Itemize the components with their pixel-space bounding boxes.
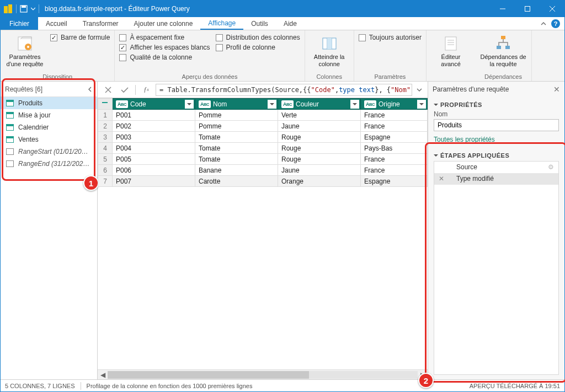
ribbon-collapse-icon[interactable] [540,20,547,27]
tab-tools[interactable]: Outils [243,17,276,30]
delete-step-icon[interactable]: ✕ [439,175,445,182]
row-header[interactable]: 1 [98,110,113,121]
scroll-left-icon[interactable]: ◀ [98,371,108,379]
cell[interactable]: France [361,121,428,132]
check-always-allow[interactable]: Toujours autoriser [359,34,422,41]
all-properties-link[interactable]: Toutes les propriétés [434,136,495,143]
applied-step[interactable]: ✕Type modifié [434,173,558,185]
data-grid[interactable]: ABC CodeABC NomABC CouleurABC Origine1P0… [98,98,428,187]
step-gear-icon[interactable]: ⚙ [548,163,554,171]
cell[interactable]: France [361,165,428,176]
cell[interactable]: Pomme [195,121,278,132]
check-formula-bar[interactable]: Barre de formule [50,34,110,41]
check-monospaced[interactable]: À espacement fixe [119,34,210,41]
query-item[interactable]: Mise à jour [1,109,97,121]
status-profiling[interactable]: Profilage de la colonne en fonction des … [87,383,253,389]
row-header[interactable]: 7 [98,176,113,187]
cell[interactable]: Banane [195,165,278,176]
collapse-pane-icon[interactable] [87,87,93,92]
cell[interactable]: Orange [278,176,361,187]
table-row[interactable]: 2P002PommeJauneFrance [98,121,428,132]
cell[interactable]: Rouge [278,132,361,143]
formula-cancel-icon[interactable] [101,84,115,96]
formula-input[interactable]: = Table.TransformColumnTypes(Source,{{ "… [156,84,412,96]
tab-add-column[interactable]: Ajouter une colonne [126,17,201,30]
query-item[interactable]: Calendrier [1,121,97,133]
tab-transform[interactable]: Transformer [75,17,126,30]
query-name-input[interactable] [434,119,559,131]
scroll-track[interactable] [108,371,418,379]
fx-icon[interactable]: ƒx [139,84,153,96]
qat-dropdown-icon[interactable] [31,7,35,11]
cell[interactable]: Tomate [195,132,278,143]
tab-view[interactable]: Affichage [200,17,243,30]
column-header[interactable]: ABC Couleur [278,99,361,110]
table-row[interactable]: 5P005TomateRougeFrance [98,154,428,165]
row-header[interactable]: 6 [98,165,113,176]
cell[interactable]: Carotte [195,176,278,187]
close-pane-icon[interactable]: ✕ [553,85,560,94]
tab-home[interactable]: Accueil [38,17,75,30]
cell[interactable]: P002 [113,121,195,132]
scroll-thumb[interactable] [108,371,309,379]
column-filter-icon[interactable] [185,100,194,109]
cell[interactable]: Tomate [195,154,278,165]
column-header[interactable]: ABC Code [113,99,195,110]
table-row[interactable]: 7P007CarotteOrangeEspagne [98,176,428,187]
cell[interactable]: Pomme [195,110,278,121]
cell[interactable]: Verte [278,110,361,121]
check-whitespace[interactable]: Afficher les espaces blancs [119,44,210,51]
qat-save-icon[interactable] [20,5,28,13]
scroll-right-icon[interactable]: ▶ [418,371,428,379]
cell[interactable]: P006 [113,165,195,176]
query-item[interactable]: RangeStart (01/01/2021… [1,146,97,158]
tab-file[interactable]: Fichier [1,17,38,30]
row-header[interactable]: 5 [98,154,113,165]
column-filter-icon[interactable] [417,100,426,109]
cell[interactable]: P003 [113,132,195,143]
cell[interactable]: P005 [113,154,195,165]
row-header[interactable]: 3 [98,132,113,143]
close-button[interactable] [540,1,564,17]
cell[interactable]: Rouge [278,154,361,165]
cell[interactable]: Pays-Bas [361,143,428,154]
cell[interactable]: Espagne [361,132,428,143]
grid-corner[interactable] [98,99,113,110]
tab-help[interactable]: Aide [276,17,305,30]
query-item[interactable]: Produits [1,97,97,109]
cell[interactable]: Tomate [195,143,278,154]
cell[interactable]: P004 [113,143,195,154]
goto-column-button[interactable]: Atteindre la colonne [310,33,349,70]
cell[interactable]: P007 [113,176,195,187]
table-row[interactable]: 3P003TomateRougeEspagne [98,132,428,143]
horizontal-scrollbar[interactable]: ◀ ▶ [98,369,428,379]
row-header[interactable]: 2 [98,121,113,132]
query-item[interactable]: Ventes [1,133,97,146]
cell[interactable]: Jaune [278,165,361,176]
check-column-distribution[interactable]: Distribution des colonnes [216,34,300,41]
row-header[interactable]: 4 [98,143,113,154]
cell[interactable]: France [361,110,428,121]
table-row[interactable]: 6P006BananeJauneFrance [98,165,428,176]
applied-step[interactable]: ✕Source⚙ [434,162,558,173]
query-dependencies-button[interactable]: Dépendances de la requête [479,33,527,70]
query-item[interactable]: RangeEnd (31/12/2022 0… [1,158,97,170]
column-filter-icon[interactable] [268,100,276,109]
table-row[interactable]: 1P001PommeVerteFrance [98,110,428,121]
cell[interactable]: France [361,154,428,165]
maximize-button[interactable] [515,1,540,17]
check-column-profile[interactable]: Profil de colonne [216,44,300,51]
cell[interactable]: Espagne [361,176,428,187]
column-header[interactable]: ABC Origine [361,99,428,110]
cell[interactable]: Rouge [278,143,361,154]
help-icon[interactable]: ? [551,19,560,28]
cell[interactable]: P001 [113,110,195,121]
formula-expand-icon[interactable] [414,87,424,93]
advanced-editor-button[interactable]: Éditeur avancé [431,33,471,70]
column-filter-icon[interactable] [350,100,359,109]
table-row[interactable]: 4P004TomateRougePays-Bas [98,143,428,154]
query-settings-button[interactable]: Paramètres d'une requête [5,33,45,70]
column-header[interactable]: ABC Nom [195,99,278,110]
minimize-button[interactable] [490,1,515,17]
formula-confirm-icon[interactable] [118,84,132,96]
